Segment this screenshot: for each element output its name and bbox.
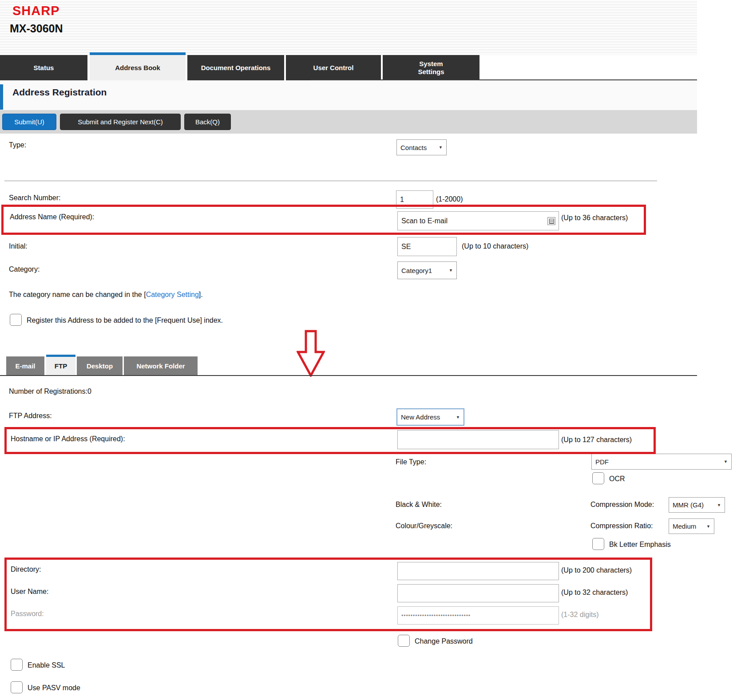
page-title: Address Registration	[12, 87, 107, 98]
change-password-label: Change Password	[415, 637, 473, 645]
tab-address-book[interactable]: Address Book	[90, 52, 186, 80]
subtabbar-underline	[0, 375, 697, 376]
chevron-down-icon: ▼	[717, 503, 721, 507]
type-select-value: Contacts	[400, 144, 427, 151]
search-number-label: Search Number:	[9, 194, 61, 202]
ftp-address-select-value: New Address	[401, 413, 440, 421]
initial-label: Initial:	[9, 242, 28, 250]
colour-greyscale-label: Colour/Greyscale:	[396, 522, 452, 530]
submit-and-register-next-button[interactable]: Submit and Register Next(C)	[60, 114, 181, 130]
bk-letter-emphasis-checkbox[interactable]	[592, 538, 604, 550]
ocr-label: OCR	[609, 475, 625, 483]
type-select[interactable]: Contacts ▼	[396, 139, 447, 155]
chevron-down-icon: ▼	[724, 459, 728, 464]
compression-mode-select[interactable]: MMR (G4) ▼	[669, 497, 725, 513]
directory-input[interactable]	[397, 562, 559, 580]
category-setting-link[interactable]: Category Setting	[146, 291, 199, 298]
subtab-email[interactable]: E-mail	[6, 356, 44, 375]
title-accent-bar	[0, 84, 3, 110]
password-input[interactable]: ••••••••••••••••••••••••••••••	[397, 606, 559, 625]
chevron-down-icon: ▼	[439, 145, 443, 150]
category-select[interactable]: Category1 ▼	[397, 261, 457, 279]
hostname-hint: (Up to 127 characters)	[561, 436, 632, 444]
registrations-count: Number of Registrations:0	[9, 388, 91, 395]
section-divider	[4, 181, 657, 181]
submit-button[interactable]: Submit(U)	[2, 114, 56, 130]
header-band	[0, 0, 697, 55]
ftp-address-select[interactable]: New Address ▼	[396, 408, 464, 426]
tab-user-control[interactable]: User Control	[286, 55, 381, 80]
password-label: Password:	[11, 610, 44, 618]
compression-mode-label: Compression Mode:	[590, 501, 654, 509]
category-note: The category name can be changed in the …	[9, 291, 203, 299]
sharp-logo: SHARP	[12, 4, 60, 18]
ocr-checkbox[interactable]	[592, 472, 604, 484]
file-type-select-value: PDF	[595, 458, 609, 466]
enable-ssl-checkbox[interactable]	[11, 659, 23, 671]
compression-mode-value: MMR (G4)	[673, 501, 704, 509]
hostname-input[interactable]	[397, 430, 559, 449]
address-name-hint: (Up to 36 characters)	[561, 214, 628, 222]
directory-hint: (Up to 200 characters)	[561, 566, 632, 574]
category-label: Category:	[9, 265, 40, 273]
frequent-use-checkbox[interactable]	[10, 314, 22, 326]
soft-keyboard-icon[interactable]	[547, 217, 555, 225]
compression-ratio-select[interactable]: Medium ▼	[669, 518, 714, 534]
type-label: Type:	[9, 141, 26, 149]
category-note-suffix: ].	[199, 291, 203, 298]
ftp-address-label: FTP Address:	[9, 412, 52, 420]
sharp-web-ui: SHARP MX-3060N Status Address Book Docum…	[0, 0, 737, 700]
annotation-arrow-down-icon	[297, 330, 325, 377]
address-name-input[interactable]: Scan to E-mail	[397, 211, 559, 230]
directory-label: Directory:	[11, 566, 41, 573]
use-pasv-label: Use PASV mode	[28, 684, 80, 692]
frequent-use-label: Register this Address to be added to the…	[27, 316, 223, 324]
enable-ssl-label: Enable SSL	[28, 661, 65, 669]
compression-ratio-label: Compression Ratio:	[590, 522, 653, 530]
chevron-down-icon: ▼	[456, 415, 460, 419]
initial-input[interactable]: SE	[397, 237, 457, 256]
chevron-down-icon: ▼	[449, 268, 453, 273]
model-name: MX-3060N	[10, 22, 63, 35]
user-name-hint: (Up to 32 characters)	[561, 589, 628, 597]
subtab-ftp[interactable]: FTP	[46, 355, 75, 375]
file-type-select[interactable]: PDF ▼	[591, 454, 732, 470]
category-select-value: Category1	[401, 267, 432, 274]
subtab-desktop[interactable]: Desktop	[77, 356, 123, 375]
file-type-label: File Type:	[396, 458, 426, 466]
user-name-label: User Name:	[11, 588, 48, 596]
subtab-network-folder[interactable]: Network Folder	[124, 356, 198, 375]
chevron-down-icon: ▼	[706, 524, 710, 529]
user-name-input[interactable]	[397, 584, 559, 602]
hostname-label: Hostname or IP Address (Required):	[11, 435, 125, 443]
password-hint: (1-32 digits)	[561, 611, 598, 619]
bk-letter-emphasis-label: Bk Letter Emphasis	[609, 541, 671, 549]
tab-system-settings[interactable]: System Settings	[383, 55, 479, 80]
initial-hint: (Up to 10 characters)	[462, 242, 528, 250]
tab-document-operations[interactable]: Document Operations	[187, 55, 284, 80]
tab-status[interactable]: Status	[0, 55, 87, 80]
black-white-label: Black & White:	[396, 501, 442, 509]
use-pasv-checkbox[interactable]	[11, 681, 23, 693]
search-number-input[interactable]: 1	[396, 190, 433, 209]
category-note-prefix: The category name can be changed in the …	[9, 291, 146, 298]
compression-ratio-value: Medium	[673, 522, 696, 530]
change-password-checkbox[interactable]	[398, 635, 410, 647]
back-button[interactable]: Back(Q)	[184, 114, 231, 130]
address-name-label: Address Name (Required):	[10, 213, 94, 221]
search-number-hint: (1-2000)	[436, 195, 463, 203]
